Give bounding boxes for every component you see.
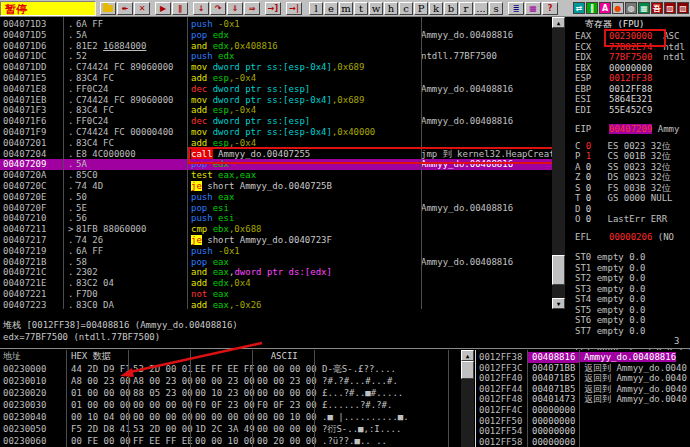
plugin-a-icon[interactable]: A <box>599 2 611 14</box>
plugin-hatch2-icon[interactable]: ▧ <box>677 2 689 14</box>
scroll-up-icon[interactable]: ▲ <box>461 350 474 361</box>
scroll-down-icon[interactable]: ▼ <box>552 298 565 309</box>
plugin-web-icon[interactable]: ◍ <box>625 2 637 14</box>
stack-row[interactable]: 0012FF4800401473返回到 Ammyy_do.0040 <box>477 394 690 405</box>
disasm-row[interactable]: 00407210.56push esi <box>0 213 552 224</box>
scroll-up-icon[interactable]: ▲ <box>552 17 565 28</box>
stack-row[interactable]: 0012FF4C00000000 <box>477 405 690 416</box>
register-row[interactable]: ESI5864E321 <box>566 94 690 105</box>
window-button-l[interactable]: l <box>309 2 323 15</box>
stack-row[interactable]: 0012FF40004071B5返回到 Ammyy_do.0040 <box>477 373 690 384</box>
register-row-efl[interactable]: EFL00000206 (NO <box>566 232 690 243</box>
fpu-register-row[interactable]: ST4 empty 0.0 <box>566 294 690 305</box>
scroll-thumb[interactable] <box>552 255 565 285</box>
dump-row[interactable]: 00230010A8 00 23 00A8 00 23 0000 00 23 0… <box>0 375 460 387</box>
register-row[interactable]: ESP0012FF38 <box>566 73 690 84</box>
stack-pane[interactable]: 0012FF3800408816Ammyy_do.004088160012FF3… <box>477 350 690 447</box>
disasm-row[interactable]: 0040720C.ˇ74 4Dje short Ammyy_do.0040725… <box>0 181 552 192</box>
fpu-register-row[interactable]: ST6 empty 0.0 <box>566 315 690 326</box>
flag-row[interactable]: P 1 CS 001B 32位 <box>566 151 690 162</box>
stack-row[interactable]: 0012FF5000000000 <box>477 416 690 427</box>
plugin-hatch-icon[interactable]: ▨ <box>664 2 676 14</box>
register-row[interactable]: EDX77BF7500 ntdl <box>566 52 690 63</box>
registers-pane[interactable]: 寄存器 (FPU) EAX00230000 ASCECX77B82E74 ntd… <box>566 17 690 350</box>
disasm-row[interactable]: 004071D6.81E2 16884000and edx,0x408816 <box>0 41 552 52</box>
flag-row[interactable]: C 0 ES 0023 32位 <box>566 141 690 152</box>
plugin-bars-icon[interactable]: ‖ <box>586 2 598 14</box>
disasm-row[interactable]: 004071DC.52push edxntdll.77BF7500 <box>0 51 552 62</box>
step-over-icon[interactable]: ↷ <box>210 2 226 15</box>
disasm-row[interactable]: 004071F3.83C4 FCadd esp,-0x4 <box>0 105 552 116</box>
dump-row[interactable]: 0023004000 10 04 0000 00 00 0000 00 00 0… <box>0 411 460 423</box>
flag-row[interactable]: A 0 SS 0023 32位 <box>566 162 690 173</box>
window-button-h[interactable]: h <box>384 2 398 15</box>
patches-window-icon[interactable]: ▦ <box>525 2 541 15</box>
flag-row[interactable]: T 0 GS 0000 NULL <box>566 193 690 204</box>
dump-row[interactable]: 0023000044 2D D9 F153 2D 00 01EE FF EE F… <box>0 363 460 375</box>
register-row[interactable]: EBP0012FF88 <box>566 84 690 95</box>
open-file-icon[interactable] <box>100 2 116 15</box>
register-row[interactable]: EBX00000000 <box>566 63 690 74</box>
column-divider[interactable] <box>63 17 64 309</box>
register-row[interactable]: ECX77B82E74 ntdl <box>566 42 690 53</box>
disasm-row[interactable]: 004071EB.C74424 FC 89060000mov dword ptr… <box>0 95 552 106</box>
help-icon[interactable]: ? <box>542 2 558 15</box>
disasm-row[interactable]: 004071F6.FF0C24dec dword ptr ss:[esp]Amm… <box>0 116 552 127</box>
until-return-icon[interactable]: →] <box>265 2 281 15</box>
disasm-row[interactable]: 00407219.6A FFpush -0x1 <box>0 246 552 257</box>
restart-icon[interactable]: ↞ <box>117 2 133 15</box>
dump-row[interactable]: 0023006000 FE 00 00FF EE FF EE00 00 10 0… <box>0 435 460 447</box>
window-button-c[interactable]: c <box>399 2 413 15</box>
flag-row[interactable]: D 0 <box>566 204 690 215</box>
disasm-row[interactable]: 0040720A.85C0test eax,eax <box>0 170 552 181</box>
window-button-w[interactable]: w <box>369 2 383 15</box>
flag-row[interactable]: Z 0 DS 0023 32位 <box>566 172 690 183</box>
fpu-register-row[interactable]: ST1 empty 0.0 <box>566 263 690 274</box>
scroll-thumb[interactable] <box>461 361 474 379</box>
dump-row[interactable]: 0023002001 00 00 0088 05 23 0000 10 23 0… <box>0 387 460 399</box>
disasm-row[interactable]: 004071D3.6A FFpush -0x1 <box>0 19 552 30</box>
window-button-b[interactable]: b <box>444 2 458 15</box>
disasm-row[interactable]: 0040721B.58pop eaxAmmyy_do.00408816 <box>0 257 552 268</box>
disasm-scrollbar[interactable]: ▲ ▼ <box>552 17 565 309</box>
window-button-P[interactable]: P <box>414 2 428 15</box>
animate-into-icon[interactable]: ⇓ <box>227 2 243 15</box>
stack-row[interactable]: 0012FF5800000000 <box>477 437 690 447</box>
disasm-row[interactable]: 00407217.ˇ74 26je short Ammyy_do.0040723… <box>0 235 552 246</box>
fpu-register-row[interactable]: ST3 empty 0.0 <box>566 284 690 295</box>
disasm-row[interactable]: 004071DD.C74424 FC 89060000mov dword ptr… <box>0 62 552 73</box>
register-row[interactable]: EAX00230000 ASC <box>566 31 690 42</box>
window-button-t[interactable]: t <box>354 2 368 15</box>
disasm-row[interactable]: 004071D5.5Apop edxAmmyy_do.00408816 <box>0 30 552 41</box>
disassembly-pane[interactable]: 004071D3.6A FFpush -0x1004071D5.5Apop ed… <box>0 17 552 309</box>
fpu-register-row[interactable]: ST2 empty 0.0 <box>566 273 690 284</box>
close-icon[interactable]: ✕ <box>134 2 150 15</box>
disasm-row[interactable]: 00407209.5Apop edxAmmyy_do.00408816 <box>0 159 552 170</box>
window-button-e[interactable]: e <box>324 2 338 15</box>
window-button-r[interactable]: r <box>459 2 473 15</box>
plugin-grid-icon[interactable]: ▦ <box>638 2 650 14</box>
disasm-row[interactable]: 00407204.E8 4C000000call Ammyy_do.004072… <box>0 149 552 160</box>
column-divider[interactable] <box>187 17 188 309</box>
flag-row[interactable]: S 0 FS 003B 32位 <box>566 183 690 194</box>
window-button-s[interactable]: s <box>489 2 503 15</box>
register-row-eip[interactable]: EIP00407209 Ammy <box>566 124 690 135</box>
column-divider[interactable] <box>66 350 67 447</box>
fpu-register-row[interactable]: ST0 empty 0.0 <box>566 252 690 263</box>
dump-row[interactable]: 0023003001 00 00 0000 00 00 00F0 0F 23 0… <box>0 399 460 411</box>
fpu-register-row[interactable]: ST5 empty 0.0 <box>566 305 690 316</box>
register-row[interactable]: EDI55E452C9 <box>566 105 690 116</box>
column-divider[interactable] <box>421 17 422 309</box>
fpu-register-row[interactable]: ST7 empty 0.0 <box>566 326 690 337</box>
stack-row[interactable]: 0012FF44004071B5返回到 Ammyy_do.0040 <box>477 384 690 395</box>
disasm-row[interactable]: 0040721E.83C2 04add edx,0x4 <box>0 278 552 289</box>
hex-dump-pane[interactable]: 地址HEX 数据ASCII 0023000044 2D D9 F153 2D 0… <box>0 350 460 447</box>
disasm-row[interactable]: 00407201.83C4 FCadd esp,-0x4 <box>0 138 552 149</box>
plugin-dot-icon[interactable]: ● <box>612 2 624 14</box>
plugin-swap-icon[interactable]: ⇄ <box>573 2 585 14</box>
stack-row[interactable]: 0012FF3C004071BB返回到 Ammyy_do.0040 <box>477 363 690 374</box>
pause-icon[interactable]: ∥ <box>172 2 188 15</box>
disasm-row[interactable]: 00407211>81FB 88060000cmp ebx,0x688 <box>0 224 552 235</box>
dump-scrollbar[interactable]: ▲ <box>461 350 474 447</box>
column-divider[interactable] <box>314 350 315 447</box>
